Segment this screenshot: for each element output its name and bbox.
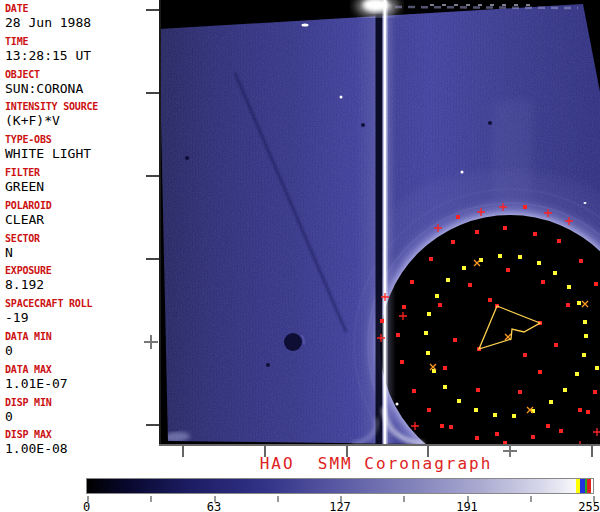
- colorbar-tick: [150, 496, 152, 502]
- star-marker-red: [533, 232, 537, 236]
- star-marker-yellow: [424, 331, 428, 335]
- axis-cross-left: [150, 335, 152, 349]
- star-marker-red: [443, 366, 447, 370]
- star-marker-red: [476, 388, 480, 392]
- coronagraph-image[interactable]: [0, 0, 600, 446]
- colorbar-stripe: [587, 479, 591, 493]
- axis-tick-left: [146, 258, 159, 260]
- star-marker-red: [453, 338, 457, 342]
- colorbar-label: 127: [328, 500, 352, 512]
- pylon-shadow: [376, 4, 383, 446]
- star-marker-yellow: [474, 408, 478, 412]
- page-title: HAO SMM Coronagraph: [152, 454, 600, 473]
- colorbar: [86, 478, 594, 494]
- star-marker-yellow: [512, 414, 516, 418]
- axis-tick-left: [146, 9, 159, 11]
- axis-tick-left: [146, 92, 159, 94]
- star-marker-yellow: [583, 320, 587, 324]
- colorbar-label: 0: [83, 500, 103, 512]
- star-marker-red: [488, 298, 492, 302]
- star-marker-red: [440, 424, 444, 428]
- star-marker-yellow: [563, 388, 567, 392]
- star-marker-yellow: [584, 334, 588, 338]
- colorbar-tick: [277, 496, 279, 502]
- star-marker-red: [538, 370, 542, 374]
- star-marker-yellow: [518, 255, 522, 259]
- star-marker-yellow: [595, 366, 599, 370]
- star-marker-yellow: [567, 285, 571, 289]
- star-marker-yellow: [435, 294, 439, 298]
- star-marker-red: [593, 390, 597, 394]
- star-marker-yellow: [493, 413, 497, 417]
- dark-speck: [266, 363, 270, 367]
- star-marker-red: [475, 230, 479, 234]
- axis-tick-left: [146, 424, 159, 426]
- star-marker-red: [546, 424, 550, 428]
- star-marker-red: [541, 280, 545, 284]
- star-marker-red: [557, 239, 561, 243]
- star-marker-red: [523, 353, 527, 357]
- white-star: [461, 171, 464, 174]
- star-marker-red: [402, 305, 406, 309]
- star-marker-red: [400, 360, 404, 364]
- star-marker-red: [518, 390, 522, 394]
- star-marker-red: [594, 282, 598, 286]
- colorbar-tick: [403, 496, 405, 502]
- star-marker-red: [495, 432, 499, 436]
- star-marker-red: [559, 429, 563, 433]
- white-star: [584, 202, 587, 204]
- star-marker-red: [503, 226, 507, 230]
- colorbar-label: 255: [576, 500, 600, 512]
- white-star: [302, 24, 309, 27]
- star-marker-yellow: [457, 399, 461, 403]
- star-marker-red: [427, 408, 431, 412]
- star-marker-yellow: [575, 372, 579, 376]
- star-marker-yellow: [443, 385, 447, 389]
- colorbar-label: 63: [206, 500, 222, 512]
- star-marker-red: [410, 280, 414, 284]
- star-marker-red: [566, 303, 570, 307]
- star-marker-red: [523, 205, 527, 209]
- coronagraph-canvas[interactable]: [0, 0, 600, 446]
- star-marker-yellow: [462, 266, 466, 270]
- star-marker-red: [380, 319, 384, 323]
- star-marker-red: [554, 343, 558, 347]
- colorbar-gradient: [87, 479, 593, 493]
- star-marker-yellow: [426, 351, 430, 355]
- star-marker-red: [531, 435, 535, 439]
- star-marker-yellow: [582, 353, 586, 357]
- smm-viewer-window: DATE28 Jun 1988TIME13:28:15 UTOBJECTSUN:…: [0, 0, 600, 512]
- white-star: [396, 403, 399, 406]
- star-marker-red: [468, 283, 472, 287]
- star-marker-red: [429, 257, 433, 261]
- star-marker-red: [579, 259, 583, 263]
- star-marker-yellow: [498, 254, 502, 258]
- star-marker-yellow: [537, 261, 541, 265]
- star-marker-red: [475, 436, 479, 440]
- colorbar-tick: [530, 496, 532, 502]
- star-marker-red: [438, 303, 442, 307]
- star-marker-yellow: [446, 278, 450, 282]
- dark-speck: [361, 123, 365, 127]
- star-marker-red: [506, 268, 510, 272]
- star-marker-red: [578, 408, 582, 412]
- white-star: [340, 96, 343, 99]
- star-marker-yellow: [553, 271, 557, 275]
- axis-tick-left: [146, 175, 159, 177]
- dark-speck: [488, 121, 492, 125]
- star-marker-red: [456, 215, 460, 219]
- star-marker-red: [586, 410, 590, 414]
- colorbar-label: 191: [455, 500, 479, 512]
- star-marker-red: [451, 240, 455, 244]
- star-marker-yellow: [577, 301, 581, 305]
- star-marker-red: [412, 389, 416, 393]
- star-marker-red: [396, 333, 400, 337]
- star-marker-yellow: [549, 400, 553, 404]
- dark-speck: [185, 156, 189, 160]
- star-marker-red: [449, 425, 453, 429]
- star-marker-yellow: [427, 312, 431, 316]
